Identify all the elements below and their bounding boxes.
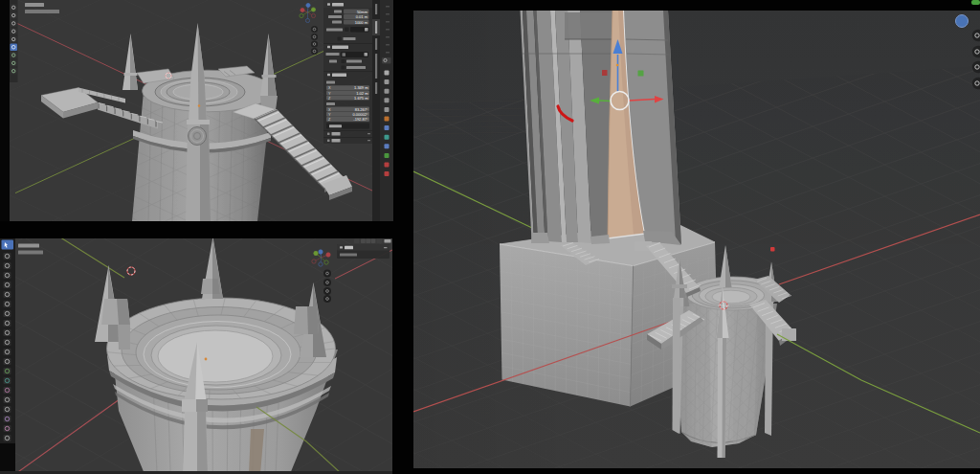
svg-text:1.675 m: 1.675 m <box>354 96 368 101</box>
svg-text:0.01 m: 0.01 m <box>356 14 368 19</box>
svg-text:50mm: 50mm <box>357 10 368 14</box>
svg-text:-192.87°: -192.87° <box>353 117 368 122</box>
svg-text:1000 m: 1000 m <box>355 20 368 25</box>
